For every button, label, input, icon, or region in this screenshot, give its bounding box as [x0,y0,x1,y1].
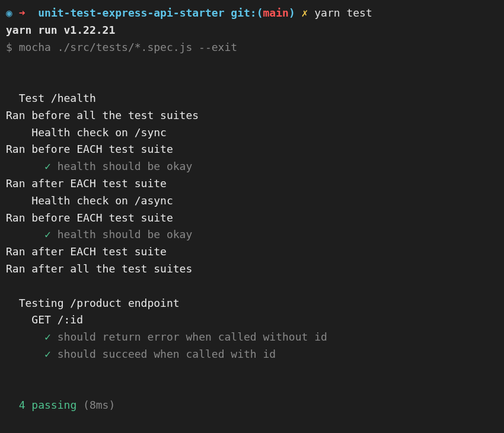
yarn-run-line: yarn run v1.22.21 [0,22,504,39]
test-pass-line: ✓ health should be okay [0,158,504,175]
test-name: should succeed when called with id [58,348,276,360]
blank-line [0,380,504,397]
hook-log: Ran before EACH test suite [0,210,504,227]
blank-line [0,414,504,431]
hook-log: Ran before EACH test suite [0,141,504,158]
prompt-git-branch: main [263,7,289,19]
check-icon: ✓ [44,331,51,343]
test-pass-line: ✓ should succeed when called with id [0,346,504,363]
blank-line [0,73,504,90]
summary-line: 4 passing (8ms) [0,397,504,414]
test-name: health should be okay [58,228,193,240]
prompt-dot-icon: ◉ [6,7,12,19]
mocha-command-line: $ mocha ./src/tests/*.spec.js --exit [0,39,504,56]
pass-count: 4 passing [19,399,77,411]
prompt-line[interactable]: ◉ ➜ unit-test-express-api-starter git:(m… [0,5,504,22]
hook-log: Ran after all the test suites [0,261,504,278]
sub-suite-title: Health check on /sync [0,124,504,142]
suite-title: Test /health [0,90,504,107]
blank-line [0,278,504,295]
check-icon: ✓ [44,160,51,172]
blank-line [0,56,504,73]
prompt-dirty-icon: ✗ [302,7,308,19]
prompt-arrow-icon: ➜ [19,7,25,19]
prompt-command: yarn test [314,7,372,19]
suite-title: Testing /product endpoint [0,295,504,312]
sub-suite-title: GET /:id [0,312,504,329]
test-pass-line: ✓ should return error when called withou… [0,329,504,346]
test-pass-line: ✓ health should be okay [0,226,504,243]
blank-line [0,363,504,380]
prompt-git-open: git:( [231,7,263,19]
hook-log: Ran after EACH test suite [0,243,504,261]
hook-log: Ran after EACH test suite [0,175,504,193]
check-icon: ✓ [44,228,51,240]
prompt-git-close: ) [289,7,295,19]
check-icon: ✓ [44,348,51,360]
sub-suite-title: Health check on /async [0,193,504,210]
test-name: should return error when called without … [58,331,327,343]
test-name: health should be okay [58,160,193,172]
prompt-directory: unit-test-express-api-starter [38,7,224,19]
pass-time: (8ms) [83,399,115,411]
hook-log: Ran before all the test suites [0,107,504,124]
